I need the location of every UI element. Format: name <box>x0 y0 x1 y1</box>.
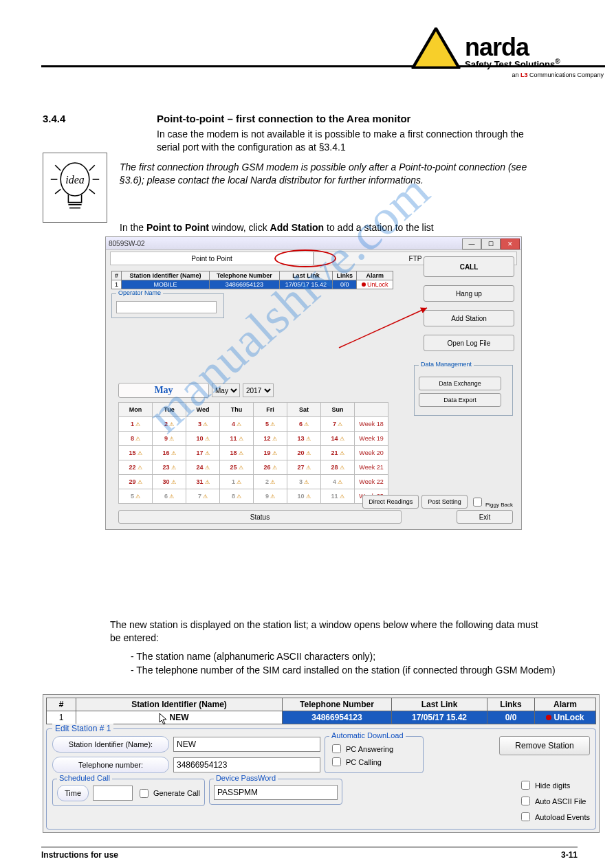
instruction-paragraph: In the Point to Point window, click Add … <box>120 221 546 234</box>
open-log-button[interactable]: Open Log File <box>424 335 514 351</box>
calendar-day[interactable]: 20⚠ <box>287 446 321 460</box>
piggy-back-checkbox[interactable]: Piggy Back <box>470 496 513 509</box>
calendar-day[interactable]: 4⚠ <box>220 417 254 432</box>
calendar-day[interactable]: 21⚠ <box>321 446 355 460</box>
calendar-day[interactable]: 4⚠ <box>321 475 355 489</box>
cell-links: 0/0 <box>333 280 357 289</box>
calendar-day[interactable]: 2⚠ <box>254 475 287 489</box>
section-title: Point-to-point – first connection to the… <box>157 113 542 124</box>
direct-readings-button[interactable]: Direct Readings <box>362 495 419 509</box>
data-export-button[interactable]: Data Export <box>419 393 501 407</box>
calendar-day[interactable]: 5⚠ <box>119 489 153 504</box>
auto-ascii-checkbox[interactable]: Auto ASCII File <box>518 794 590 808</box>
app-window: 8059SW-02 — ☐ ✕ Point to Point FTP # Sta… <box>105 236 522 530</box>
station-id-input[interactable] <box>173 737 320 752</box>
calendar-day[interactable]: 7⚠ <box>321 417 355 432</box>
calendar-day[interactable]: 22⚠ <box>119 460 153 475</box>
calendar-week[interactable]: Week 21 <box>355 460 388 475</box>
calendar-week[interactable]: Week 22 <box>355 475 388 489</box>
calendar-week[interactable]: Week 18 <box>355 417 388 432</box>
calendar-day[interactable]: 16⚠ <box>153 446 186 460</box>
calendar-day[interactable]: 15⚠ <box>119 446 153 460</box>
svg-text:idea: idea <box>65 174 85 186</box>
hangup-button[interactable]: Hang up <box>424 285 514 302</box>
calendar-year-select[interactable]: 2017 <box>243 383 274 397</box>
calendar-day[interactable]: 5⚠ <box>254 417 287 432</box>
calendar-day[interactable]: 1⚠ <box>220 475 254 489</box>
calendar-day[interactable]: 8⚠ <box>220 489 254 504</box>
time-input[interactable] <box>93 786 133 801</box>
cell-alarm: UnLock <box>357 280 393 289</box>
minimize-button[interactable]: — <box>462 238 481 249</box>
calendar-day[interactable]: 12⚠ <box>254 432 287 446</box>
calendar-day[interactable]: 11⚠ <box>321 489 355 504</box>
col-alarm: Alarm <box>357 271 393 280</box>
calendar-day[interactable]: 13⚠ <box>287 432 321 446</box>
calendar-day[interactable]: 10⚠ <box>186 432 220 446</box>
autoload-events-checkbox[interactable]: Autoload Events <box>518 810 590 823</box>
generate-call-checkbox[interactable]: Generate Call <box>137 787 200 800</box>
auto-download-legend: Automatic DownLoad <box>329 731 406 739</box>
pc-answering-checkbox[interactable]: PC Answering <box>329 742 419 755</box>
telephone-input[interactable] <box>173 757 320 772</box>
calendar-day[interactable]: 19⚠ <box>254 446 287 460</box>
exit-button[interactable]: Exit <box>457 510 513 524</box>
tab-point-to-point[interactable]: Point to Point <box>110 252 314 265</box>
calendar-dow: Mon <box>119 403 153 417</box>
calendar-day[interactable]: 17⚠ <box>186 446 220 460</box>
cursor-icon <box>159 713 168 725</box>
data-exchange-button[interactable]: Data Exchange <box>419 377 501 390</box>
calendar-day[interactable]: 1⚠ <box>119 417 153 432</box>
calendar-day[interactable]: 6⚠ <box>287 417 321 432</box>
calendar-day[interactable]: 29⚠ <box>119 475 153 489</box>
calendar-day[interactable]: 14⚠ <box>321 432 355 446</box>
cell-idx: 1 <box>112 280 122 289</box>
calendar-day[interactable]: 3⚠ <box>287 475 321 489</box>
col-alarm: Alarm <box>535 698 596 711</box>
calendar-week[interactable]: Week 19 <box>355 432 388 446</box>
calendar-day[interactable]: 6⚠ <box>153 489 186 504</box>
close-button[interactable]: ✕ <box>501 238 520 249</box>
svg-marker-0 <box>413 28 459 67</box>
svg-line-9 <box>89 189 95 193</box>
calendar-day[interactable]: 2⚠ <box>153 417 186 432</box>
pc-calling-checkbox[interactable]: PC Calling <box>329 755 419 768</box>
calendar-day[interactable]: 7⚠ <box>186 489 220 504</box>
remove-station-button[interactable]: Remove Station <box>499 736 590 755</box>
table-row[interactable]: 1 NEW 34866954123 17/05/17 15.42 0/0 UnL… <box>47 711 596 724</box>
calendar-day[interactable]: 30⚠ <box>153 475 186 489</box>
calendar-week[interactable]: Week 20 <box>355 446 388 460</box>
calendar-day[interactable]: 25⚠ <box>220 460 254 475</box>
calendar-day[interactable]: 24⚠ <box>186 460 220 475</box>
data-management-group: Data Management Data Exchange Data Expor… <box>414 365 513 416</box>
calendar-day[interactable]: 8⚠ <box>119 432 153 446</box>
calendar-day[interactable]: 9⚠ <box>254 489 287 504</box>
post-setting-button[interactable]: Post Setting <box>421 495 468 509</box>
calendar-day[interactable]: 11⚠ <box>220 432 254 446</box>
device-password-input[interactable] <box>214 785 338 800</box>
svg-line-7 <box>89 165 95 170</box>
operator-name-input[interactable] <box>116 301 217 313</box>
calendar-day[interactable]: 28⚠ <box>321 460 355 475</box>
brand-logo: narda Safety Test Solutions® an L3 Commu… <box>411 27 604 78</box>
title-bar: 8059SW-02 — ☐ ✕ <box>106 237 521 250</box>
calendar-day[interactable]: 9⚠ <box>153 432 186 446</box>
calendar-day[interactable]: 31⚠ <box>186 475 220 489</box>
calendar-day[interactable]: 26⚠ <box>254 460 287 475</box>
calendar-month-select[interactable]: May <box>212 383 240 397</box>
calendar-day[interactable]: 18⚠ <box>220 446 254 460</box>
col-name: Station Identifier (Name) <box>76 698 283 711</box>
calendar-day[interactable]: 23⚠ <box>153 460 186 475</box>
table-row[interactable]: 1 MOBILE 34866954123 17/05/17 15.42 0/0 … <box>112 280 393 289</box>
add-station-button[interactable]: Add Station <box>424 310 514 326</box>
maximize-button[interactable]: ☐ <box>481 238 501 249</box>
hide-digits-checkbox[interactable]: Hide digits <box>518 779 590 792</box>
instruction-paragraph-2: The new station is displayed on the stat… <box>110 619 550 645</box>
call-button[interactable]: CALL <box>424 256 514 277</box>
brand-tagline: an L3 Communications Company <box>411 71 604 78</box>
calendar-day[interactable]: 10⚠ <box>287 489 321 504</box>
time-button[interactable]: Time <box>57 785 89 801</box>
col-lastlink: Last Link <box>279 271 332 280</box>
calendar-day[interactable]: 27⚠ <box>287 460 321 475</box>
calendar-day[interactable]: 3⚠ <box>186 417 220 432</box>
